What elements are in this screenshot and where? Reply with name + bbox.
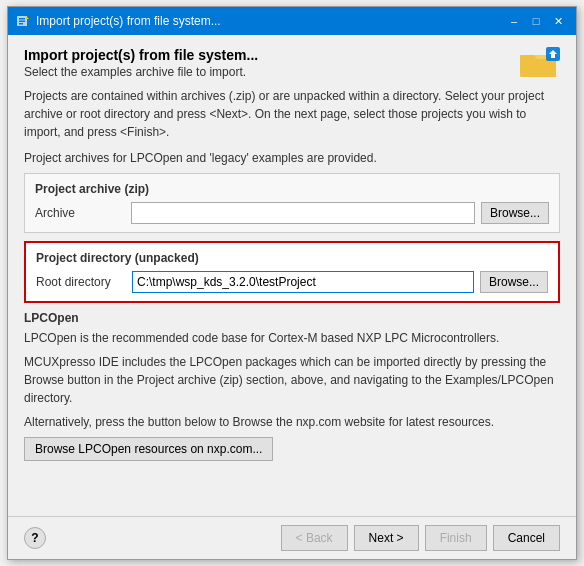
archive-form-row: Archive Browse... [35, 202, 549, 224]
section-label: Project archives for LPCOpen and 'legacy… [24, 151, 560, 165]
folder-icon [520, 47, 560, 79]
page-title: Import project(s) from file system... [24, 47, 258, 63]
dialog-content: Import project(s) from file system... Se… [8, 35, 576, 516]
archive-label: Archive [35, 206, 125, 220]
lpcopen-paragraph1: LPCOpen is the recommended code base for… [24, 329, 560, 347]
window-icon [16, 14, 30, 28]
next-button[interactable]: Next > [354, 525, 419, 551]
header-row: Import project(s) from file system... Se… [24, 47, 560, 79]
svg-rect-3 [19, 23, 23, 25]
lpcopen-browse-button[interactable]: Browse LPCOpen resources on nxp.com... [24, 437, 273, 461]
lpcopen-paragraph3: Alternatively, press the button below to… [24, 413, 560, 431]
lpcopen-section: LPCOpen LPCOpen is the recommended code … [24, 311, 560, 461]
title-bar: Import project(s) from file system... – … [8, 7, 576, 35]
svg-rect-1 [19, 18, 25, 20]
minimize-button[interactable]: – [504, 12, 524, 30]
maximize-button[interactable]: □ [526, 12, 546, 30]
lpcopen-paragraph2: MCUXpresso IDE includes the LPCOpen pack… [24, 353, 560, 407]
dialog-footer: ? < Back Next > Finish Cancel [8, 516, 576, 559]
archive-group: Project archive (zip) Archive Browse... [24, 173, 560, 233]
archive-input[interactable] [131, 202, 475, 224]
back-button[interactable]: < Back [281, 525, 348, 551]
directory-group-title: Project directory (unpacked) [36, 251, 548, 265]
directory-form-row: Root directory Browse... [36, 271, 548, 293]
header-text: Import project(s) from file system... Se… [24, 47, 258, 79]
page-subtitle: Select the examples archive file to impo… [24, 65, 258, 79]
svg-rect-2 [19, 21, 25, 23]
directory-input[interactable] [132, 271, 474, 293]
description-text: Projects are contained within archives (… [24, 87, 560, 141]
cancel-button[interactable]: Cancel [493, 525, 560, 551]
dialog-window: Import project(s) from file system... – … [7, 6, 577, 560]
window-title: Import project(s) from file system... [36, 14, 504, 28]
footer-right: < Back Next > Finish Cancel [281, 525, 560, 551]
svg-marker-4 [26, 16, 29, 19]
close-button[interactable]: ✕ [548, 12, 568, 30]
lpcopen-title: LPCOpen [24, 311, 560, 325]
archive-browse-button[interactable]: Browse... [481, 202, 549, 224]
archive-group-title: Project archive (zip) [35, 182, 549, 196]
directory-browse-button[interactable]: Browse... [480, 271, 548, 293]
finish-button[interactable]: Finish [425, 525, 487, 551]
help-button[interactable]: ? [24, 527, 46, 549]
directory-label: Root directory [36, 275, 126, 289]
directory-group: Project directory (unpacked) Root direct… [24, 241, 560, 303]
footer-left: ? [24, 527, 46, 549]
window-controls: – □ ✕ [504, 12, 568, 30]
